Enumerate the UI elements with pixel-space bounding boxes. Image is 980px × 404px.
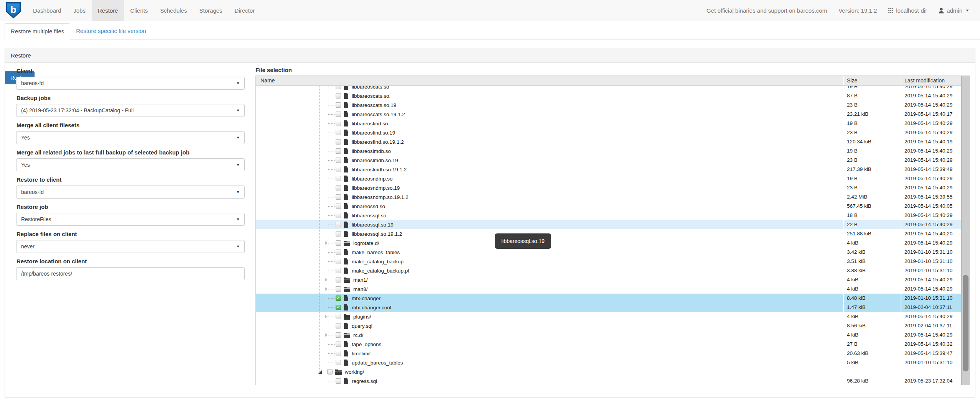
file-checkbox[interactable] [336, 277, 341, 282]
file-checkbox[interactable] [336, 176, 341, 181]
file-checkbox[interactable] [336, 314, 341, 319]
file-row[interactable]: libbareossql.so.19 22 B 2019-05-14 15:40… [256, 220, 970, 229]
file-checkbox[interactable] [336, 121, 341, 126]
file-row[interactable]: libbareosndmp.so.19 23 B 2019-05-14 15:4… [256, 183, 970, 192]
file-row[interactable]: libbareoscats.so 19 B 2019-05-14 15:40:2… [256, 86, 970, 91]
file-checkbox[interactable] [336, 102, 341, 108]
field-control[interactable]: never ▼ [16, 240, 245, 253]
nav-link-clients[interactable]: Clients [124, 0, 154, 21]
file-name: libbareosndmp.so [352, 176, 393, 182]
tab-restore-multiple-files[interactable]: Restore multiple files [5, 24, 70, 39]
file-checkbox[interactable] [336, 222, 341, 227]
file-checkbox[interactable] [336, 296, 341, 301]
field-control[interactable]: Yes ▼ [16, 158, 245, 171]
expand-icon[interactable] [325, 333, 328, 337]
file-checkbox[interactable] [336, 332, 341, 338]
file-row[interactable]: query.sql 8.56 kiB 2019-02-04 10:37:11 [256, 321, 970, 330]
date-cell: 2019-05-14 15:40:29 [901, 146, 970, 156]
field-control[interactable]: bareos-fd ▼ [16, 186, 245, 199]
file-row[interactable]: libbareossql.so 18 B 2019-05-14 15:40:29 [256, 211, 970, 220]
file-checkbox[interactable] [336, 259, 341, 264]
expand-icon[interactable] [325, 278, 328, 282]
file-row[interactable]: libbareosfind.so 19 B 2019-05-14 15:40:2… [256, 119, 970, 128]
file-row[interactable]: logrotate.d/ 4 kiB 2019-05-14 15:40:29 [256, 238, 970, 248]
file-row[interactable]: libbareoscats.so.19.1.2 23.21 kiB 2019-0… [256, 110, 970, 119]
file-row[interactable]: libbareosfind.so.19.1.2 120.34 kiB 2019-… [256, 137, 970, 146]
file-row[interactable]: rc.d/ 4 kiB 2019-05-14 15:40:29 [256, 330, 970, 340]
file-checkbox[interactable] [336, 139, 341, 145]
file-row[interactable]: libbareoslmdb.so.19 23 B 2019-05-14 15:4… [256, 156, 970, 165]
file-row[interactable]: make_catalog_backup 3.51 kiB 2019-01-10 … [256, 257, 970, 266]
file-row[interactable]: libbareossd.so 567.45 kiB 2019-05-14 15:… [256, 202, 970, 211]
file-checkbox[interactable] [327, 369, 333, 374]
nav-link-director[interactable]: Director [229, 0, 261, 21]
expand-icon[interactable] [325, 241, 328, 245]
field-control[interactable]: bareos-fd ▼ [16, 77, 245, 90]
nav-link-jobs[interactable]: Jobs [67, 0, 92, 21]
file-checkbox[interactable] [336, 130, 341, 135]
file-row[interactable]: tape_options 27 B 2019-05-14 15:40:32 [256, 340, 970, 349]
file-checkbox[interactable] [336, 286, 341, 292]
file-checkbox[interactable] [336, 93, 341, 99]
file-row[interactable]: make_catalog_backup.pl 3.88 kiB 2019-01-… [256, 266, 970, 275]
column-header-name[interactable]: Name [256, 76, 843, 85]
file-checkbox[interactable] [336, 231, 341, 236]
file-checkbox[interactable] [336, 342, 341, 347]
file-checkbox[interactable] [336, 305, 341, 310]
user-menu[interactable]: admin [933, 0, 975, 21]
file-row[interactable]: mtx-changer 8.48 kiB 2019-01-10 15:31:10 [256, 294, 970, 303]
expand-icon[interactable] [325, 287, 328, 291]
field-control[interactable]: (4) 2019-05-23 17:32:04 - BackupCatalog … [16, 104, 245, 117]
field-control[interactable]: RestoreFiles ▼ [16, 213, 245, 226]
text-input[interactable]: /tmp/bareos-restores/ ▼ [16, 267, 245, 280]
file-checkbox[interactable] [336, 112, 341, 117]
file-checkbox[interactable] [336, 158, 341, 163]
column-header-last-modification[interactable]: Last modification [901, 76, 970, 85]
column-header-size[interactable]: Size [843, 76, 901, 85]
name-cell: libbareoscats.so.19.1.2 [256, 110, 843, 119]
file-row[interactable]: libbareossql.so.19.1.2 251.88 kiB 2019-0… [256, 229, 970, 238]
file-row[interactable]: timelimit 20.63 kiB 2019-05-14 15:39:47 [256, 349, 970, 358]
file-checkbox[interactable] [336, 148, 341, 154]
file-row[interactable]: libbareoscats.so.19 23 B 2019-05-14 15:4… [256, 100, 970, 110]
file-checkbox[interactable] [336, 185, 341, 191]
file-checkbox[interactable] [336, 378, 341, 384]
file-checkbox[interactable] [336, 213, 341, 218]
file-row[interactable]: man8/ 4 kiB 2019-05-14 15:40:29 [256, 284, 970, 294]
file-row[interactable]: update_bareos_tables 5 kiB 2019-01-10 15… [256, 358, 970, 367]
nav-link-schedules[interactable]: Schedules [154, 0, 193, 21]
support-link[interactable]: Get official binaries and support on bar… [701, 0, 833, 21]
file-row[interactable]: man1/ 4 kiB 2019-05-14 15:40:29 [256, 275, 970, 284]
expand-icon[interactable] [325, 315, 328, 319]
file-checkbox[interactable] [336, 204, 341, 209]
file-row[interactable]: plugins/ 4 kiB 2019-05-14 15:40:29 [256, 312, 970, 321]
file-row[interactable]: libbareosndmp.so.19.1.2 2.42 MiB 2019-05… [256, 192, 970, 202]
file-row[interactable]: mtx-changer.conf 1.47 kiB 2019-02-04 10:… [256, 303, 970, 312]
file-checkbox[interactable] [336, 268, 341, 273]
director-selector[interactable]: localhost-dir [883, 0, 933, 21]
file-row[interactable]: regress.sql 96.28 kiB 2019-05-23 17:32:0… [256, 376, 970, 385]
file-checkbox[interactable] [336, 86, 341, 89]
file-row[interactable]: libbareoslmdb.so.19.1.2 217.39 kiB 2019-… [256, 165, 970, 174]
file-checkbox[interactable] [336, 360, 341, 365]
file-checkbox[interactable] [336, 240, 341, 246]
nav-link-storages[interactable]: Storages [193, 0, 229, 21]
file-row[interactable]: libbareoslmdb.so 19 B 2019-05-14 15:40:2… [256, 146, 970, 156]
file-checkbox[interactable] [336, 167, 341, 172]
nav-link-restore[interactable]: Restore [92, 0, 124, 21]
file-checkbox[interactable] [336, 351, 341, 356]
file-checkbox[interactable] [336, 194, 341, 200]
bareos-logo[interactable]: b [0, 0, 27, 21]
file-checkbox[interactable] [336, 323, 341, 328]
scrollbar-thumb[interactable] [963, 275, 968, 371]
file-row[interactable]: make_bareos_tables 3.42 kiB 2019-01-10 1… [256, 248, 970, 257]
file-checkbox[interactable] [336, 250, 341, 255]
file-row[interactable]: working/ [256, 367, 970, 376]
file-row[interactable]: libbareosfind.so.19 23 B 2019-05-14 15:4… [256, 128, 970, 137]
file-icon [344, 102, 349, 108]
file-row[interactable]: libbareosndmp.so 19 B 2019-05-14 15:40:2… [256, 174, 970, 183]
tab-restore-specific-file-version[interactable]: Restore specific file version [70, 23, 152, 39]
field-control[interactable]: Yes ▼ [16, 131, 245, 144]
file-row[interactable]: libbareoscats.so. 87 B 2019-05-14 15:40:… [256, 91, 970, 100]
nav-link-dashboard[interactable]: Dashboard [27, 0, 67, 21]
